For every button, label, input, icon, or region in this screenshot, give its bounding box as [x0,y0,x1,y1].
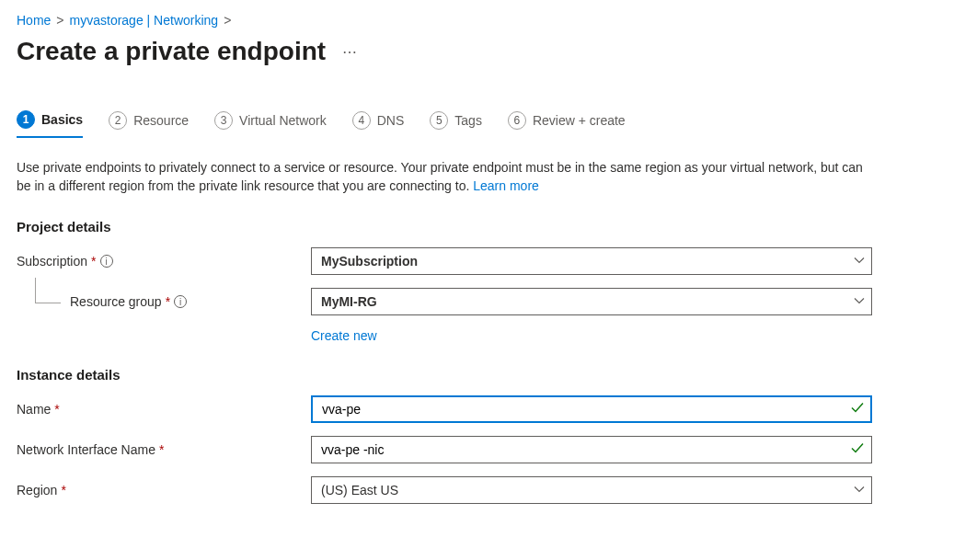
info-icon[interactable]: i [174,295,187,308]
breadcrumb-separator: > [56,13,63,28]
section-title-project: Project details [17,219,937,234]
tab-basics[interactable]: 1 Basics [17,110,83,138]
more-actions-icon[interactable]: ⋯ [342,43,358,61]
breadcrumb: Home > myvastorage | Networking > [17,13,937,28]
tab-tags[interactable]: 5 Tags [430,110,482,138]
title-row: Create a private endpoint ⋯ [17,37,937,66]
region-select[interactable]: (US) East US [311,476,872,504]
subscription-select[interactable]: MySubscription [311,247,872,275]
tabs-container: 1 Basics 2 Resource 3 Virtual Network 4 … [17,110,937,139]
tab-number-icon: 6 [508,111,526,130]
row-nic: Network Interface Name * [17,436,937,463]
breadcrumb-home[interactable]: Home [17,13,51,28]
create-new-link[interactable]: Create new [311,328,377,343]
tab-number-icon: 2 [109,111,127,130]
create-new-row: Create new [311,328,937,343]
tab-number-icon: 1 [17,110,35,129]
label-resource-group: Resource group * i [17,294,311,309]
nic-input[interactable] [311,436,872,463]
tab-label: Review + create [533,113,626,128]
required-asterisk: * [61,483,65,497]
row-subscription: Subscription * i MySubscription [17,247,937,275]
required-asterisk: * [91,254,96,269]
row-resource-group: Resource group * i MyMI-RG [17,288,937,315]
tab-label: Basics [41,112,83,127]
label-name: Name * [17,402,311,417]
required-asterisk: * [166,294,170,309]
tab-review-create[interactable]: 6 Review + create [508,110,626,138]
tab-label: Virtual Network [239,113,327,128]
resource-group-select[interactable]: MyMI-RG [311,288,872,315]
breadcrumb-resource[interactable]: myvastorage | Networking [70,13,219,28]
label-nic: Network Interface Name * [17,442,311,457]
row-name: Name * [17,395,937,423]
learn-more-link[interactable]: Learn more [473,178,539,193]
tab-virtual-network[interactable]: 3 Virtual Network [214,110,327,138]
tab-label: DNS [377,113,405,128]
required-asterisk: * [54,402,59,417]
tab-number-icon: 5 [430,111,448,130]
row-region: Region * (US) East US [17,476,937,504]
name-input[interactable] [311,395,872,423]
intro-text: Use private endpoints to privately conne… [17,159,863,195]
breadcrumb-separator: > [224,13,231,28]
tab-number-icon: 3 [214,111,233,130]
intro-body: Use private endpoints to privately conne… [17,160,863,193]
tab-dns[interactable]: 4 DNS [352,110,405,138]
page-title: Create a private endpoint [17,37,326,66]
required-asterisk: * [159,442,164,457]
tab-label: Tags [454,113,482,128]
indent-connector-icon [35,278,61,303]
tab-resource[interactable]: 2 Resource [109,110,189,138]
label-subscription: Subscription * i [17,254,311,269]
info-icon[interactable]: i [100,255,113,268]
tab-number-icon: 4 [352,111,371,130]
label-region: Region * [17,483,311,497]
tab-label: Resource [133,113,189,128]
section-title-instance: Instance details [17,367,937,383]
